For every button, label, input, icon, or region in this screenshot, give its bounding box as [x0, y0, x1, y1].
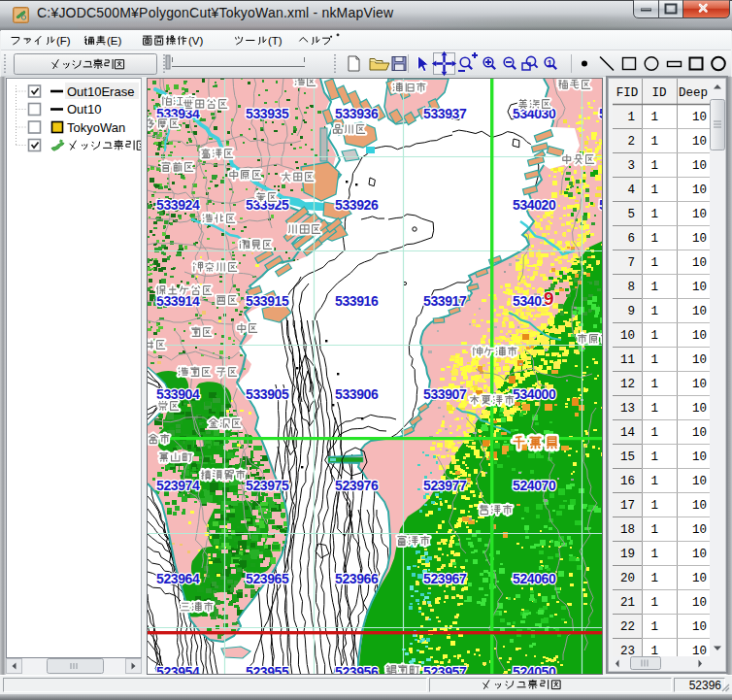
svg-text:523977: 523977: [423, 478, 467, 493]
svg-text:Out10Erase: Out10Erase: [67, 84, 134, 99]
svg-text:1: 1: [650, 183, 658, 197]
svg-text:10: 10: [692, 645, 707, 658]
svg-text:10: 10: [692, 426, 707, 440]
svg-text:12: 12: [620, 378, 635, 391]
svg-text:3: 3: [627, 159, 635, 173]
svg-text:10: 10: [692, 135, 707, 149]
svg-text:1: 1: [650, 353, 658, 367]
svg-text:523957: 523957: [423, 664, 467, 674]
svg-text:523954: 523954: [156, 664, 200, 674]
svg-text:10: 10: [692, 208, 707, 221]
svg-text:1: 1: [650, 620, 658, 634]
svg-text:10: 10: [692, 378, 707, 391]
svg-text:18: 18: [620, 523, 635, 537]
svg-text:534021: 534021: [599, 197, 602, 213]
svg-text:10: 10: [692, 450, 707, 464]
svg-text:10: 10: [692, 232, 707, 246]
svg-text:10: 10: [692, 475, 707, 488]
svg-text:533926: 533926: [335, 197, 379, 213]
svg-text:1: 1: [650, 111, 658, 124]
svg-text:1: 1: [650, 402, 658, 416]
svg-text:1: 1: [627, 111, 635, 124]
svg-text:534000: 534000: [513, 386, 556, 402]
svg-text:1: 1: [650, 378, 658, 391]
svg-text:1: 1: [650, 305, 658, 318]
svg-text:533935: 533935: [246, 106, 289, 121]
svg-text:1: 1: [650, 645, 658, 658]
svg-text:10: 10: [692, 329, 707, 343]
svg-text:Out10: Out10: [67, 102, 101, 117]
svg-text:(T): (T): [268, 35, 283, 47]
svg-text:9: 9: [627, 305, 635, 318]
svg-text:533917: 533917: [423, 293, 467, 309]
svg-text:16: 16: [620, 475, 635, 488]
svg-text:1: 1: [650, 256, 658, 270]
svg-text:1: 1: [650, 329, 658, 343]
svg-text:FID: FID: [616, 86, 639, 100]
svg-text:10: 10: [692, 402, 707, 416]
svg-text:10: 10: [692, 305, 707, 318]
svg-text:ID: ID: [651, 86, 666, 100]
svg-text:21: 21: [620, 596, 635, 610]
svg-text:533915: 533915: [246, 293, 289, 309]
svg-text:TokyoWan: TokyoWan: [67, 120, 125, 135]
svg-text:20: 20: [620, 572, 635, 585]
svg-text:1: 1: [650, 135, 658, 149]
svg-text:523967: 523967: [423, 571, 467, 586]
svg-text:533906: 533906: [335, 386, 379, 402]
svg-text:534031: 534031: [599, 106, 602, 121]
svg-text:10: 10: [692, 596, 707, 610]
svg-text:523965: 523965: [246, 571, 289, 586]
svg-text:10: 10: [692, 159, 707, 173]
svg-text:17: 17: [620, 499, 635, 513]
svg-text:10: 10: [692, 183, 707, 197]
svg-text:523976: 523976: [335, 478, 379, 493]
svg-text:1: 1: [650, 281, 658, 294]
svg-text:9: 9: [544, 288, 554, 309]
svg-text:10: 10: [620, 329, 635, 343]
svg-text:1: 1: [650, 596, 658, 610]
svg-text:10: 10: [692, 111, 707, 124]
svg-text:(V): (V): [188, 35, 204, 47]
svg-text:533936: 533936: [335, 106, 379, 121]
svg-text:22: 22: [620, 620, 635, 634]
svg-text:534020: 534020: [513, 197, 556, 213]
svg-text:523964: 523964: [156, 571, 200, 586]
svg-text:11: 11: [620, 353, 635, 367]
svg-text:1: 1: [650, 548, 658, 561]
svg-text:(E): (E): [107, 35, 122, 47]
svg-text:15: 15: [620, 450, 635, 464]
svg-text:1: 1: [650, 572, 658, 585]
svg-text:7: 7: [627, 256, 635, 270]
svg-text:1: 1: [650, 232, 658, 246]
svg-text:Deep: Deep: [679, 86, 708, 100]
svg-text:523966: 523966: [335, 571, 379, 586]
svg-text:524070: 524070: [513, 478, 556, 493]
svg-text:1: 1: [650, 475, 658, 488]
svg-text:10: 10: [692, 353, 707, 367]
svg-text:533937: 533937: [423, 106, 467, 121]
svg-text:14: 14: [620, 426, 635, 440]
svg-text:523974: 523974: [156, 478, 200, 493]
svg-text:1: 1: [547, 57, 552, 68]
svg-text:10: 10: [692, 620, 707, 634]
svg-text:1: 1: [650, 450, 658, 464]
svg-text:523975: 523975: [246, 478, 289, 493]
svg-text:533916: 533916: [335, 293, 379, 309]
svg-text:(F): (F): [56, 35, 71, 47]
svg-text:1: 1: [650, 159, 658, 173]
svg-text:52396: 52396: [689, 679, 722, 692]
svg-text:10: 10: [692, 281, 707, 294]
svg-text:8: 8: [627, 281, 635, 294]
svg-text:524050: 524050: [513, 664, 556, 674]
svg-text:1: 1: [650, 499, 658, 513]
svg-text:10: 10: [692, 548, 707, 561]
svg-text:23: 23: [620, 645, 635, 658]
svg-text:13: 13: [620, 402, 635, 416]
svg-text:1: 1: [650, 208, 658, 221]
svg-text:2: 2: [627, 135, 635, 149]
svg-text:10: 10: [692, 256, 707, 270]
svg-text:5: 5: [627, 208, 635, 221]
svg-text:533924: 533924: [156, 197, 200, 213]
svg-text:4: 4: [627, 183, 635, 197]
